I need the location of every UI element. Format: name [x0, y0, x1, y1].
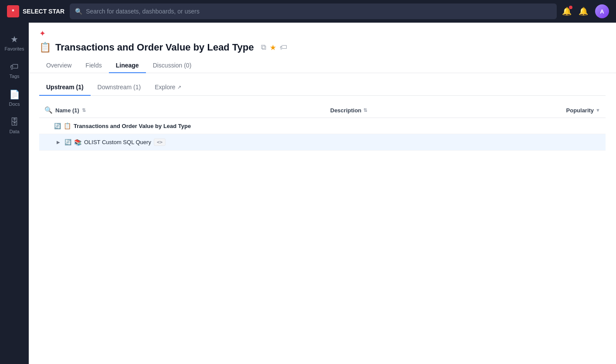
- sidebar-item-label: Data: [9, 129, 19, 134]
- sort-icon-name[interactable]: ⇅: [82, 108, 86, 113]
- subtab-downstream[interactable]: Downstream (1): [91, 80, 148, 96]
- page-header: 📋 Transactions and Order Value by Lead T…: [29, 38, 616, 53]
- row-name-col: 🔄 📋 Transactions and Order Value by Lead…: [44, 122, 330, 129]
- copy-icon[interactable]: ⧉: [261, 43, 266, 52]
- col-popularity-header: Popularity ▼: [539, 107, 600, 114]
- logo-icon: *: [7, 5, 19, 17]
- row-type-icon-child: 🔄: [64, 139, 71, 145]
- search-icon: 🔍: [75, 8, 82, 15]
- sidebar-item-favorites[interactable]: ★ Favorites: [2, 30, 27, 56]
- row-item-icon: 📋: [64, 122, 71, 129]
- sub-tabs: Upstream (1) Downstream (1) Explore ↗: [39, 80, 606, 96]
- header-actions: ⧉ ★ 🏷: [261, 43, 287, 52]
- alert-icon[interactable]: 🔔: [579, 7, 588, 16]
- subtab-explore[interactable]: Explore ↗: [148, 80, 188, 96]
- sidebar-item-label: Docs: [9, 101, 20, 107]
- subtab-upstream[interactable]: Upstream (1): [39, 80, 91, 96]
- docs-icon: 📄: [9, 89, 20, 100]
- expand-button[interactable]: ▶: [55, 139, 62, 146]
- table-row: 🔄 📋 Transactions and Order Value by Lead…: [39, 118, 606, 134]
- table-header: 🔍 Name (1) ⇅ Description ⇅ Popularity ▼: [39, 103, 606, 118]
- tag-icon: 🏷: [10, 62, 19, 72]
- sort-icon-popularity[interactable]: ▼: [596, 108, 600, 113]
- search-header-icon[interactable]: 🔍: [44, 106, 53, 114]
- search-bar[interactable]: 🔍: [70, 3, 557, 19]
- star-action-icon[interactable]: ★: [270, 43, 276, 52]
- sidebar-item-label: Tags: [9, 74, 19, 79]
- row-item-icon-child: 📚: [74, 139, 81, 146]
- table-row: ▶ 🔄 📚 OLIST Custom SQL Query <>: [39, 134, 606, 151]
- notification-icon[interactable]: 🔔: [562, 7, 572, 16]
- nav-icons: 🔔 🔔 A: [562, 4, 609, 18]
- col-name-header: 🔍 Name (1) ⇅: [44, 106, 330, 114]
- page-type-icon: 📋: [39, 42, 51, 53]
- star-icon: ★: [10, 34, 18, 44]
- page-title: Transactions and Order Value by Lead Typ…: [55, 42, 254, 53]
- row-badge: <>: [154, 138, 166, 146]
- tab-lineage[interactable]: Lineage: [109, 58, 146, 73]
- external-link-icon: ↗: [177, 84, 181, 90]
- top-tabs: Overview Fields Lineage Discussion (0): [29, 53, 616, 73]
- explore-link: Explore ↗: [155, 84, 181, 91]
- main-layout: ★ Favorites 🏷 Tags 📄 Docs 🗄 Data ✦ 📋 Tra…: [0, 23, 616, 364]
- breadcrumb: ✦: [29, 23, 616, 38]
- avatar[interactable]: A: [595, 4, 609, 18]
- col-description-header: Description ⇅: [330, 107, 539, 114]
- sidebar-item-docs[interactable]: 📄 Docs: [2, 85, 27, 111]
- sort-icon-description[interactable]: ⇅: [363, 108, 367, 113]
- table-body: 🔄 📋 Transactions and Order Value by Lead…: [39, 118, 606, 151]
- section-content: Upstream (1) Downstream (1) Explore ↗ 🔍 …: [29, 73, 616, 364]
- sidebar: ★ Favorites 🏷 Tags 📄 Docs 🗄 Data: [0, 23, 29, 364]
- row-type-icon: 🔄: [54, 123, 61, 129]
- content: ✦ 📋 Transactions and Order Value by Lead…: [29, 23, 616, 364]
- expand-placeholder: [44, 122, 51, 129]
- notification-dot: [569, 6, 572, 9]
- logo[interactable]: * SELECT STAR: [7, 5, 64, 17]
- tab-discussion[interactable]: Discussion (0): [146, 58, 199, 73]
- sidebar-item-data[interactable]: 🗄 Data: [2, 113, 27, 138]
- row-name-child[interactable]: OLIST Custom SQL Query: [84, 139, 151, 145]
- breadcrumb-icon: ✦: [39, 29, 46, 38]
- row-name-col-child: ▶ 🔄 📚 OLIST Custom SQL Query <>: [55, 138, 330, 146]
- data-icon: 🗄: [10, 117, 19, 127]
- search-input[interactable]: [86, 8, 552, 15]
- logo-text: SELECT STAR: [23, 8, 64, 15]
- sidebar-item-label: Favorites: [4, 46, 24, 51]
- tab-overview[interactable]: Overview: [39, 58, 78, 73]
- sidebar-item-tags[interactable]: 🏷 Tags: [2, 57, 27, 83]
- row-name[interactable]: Transactions and Order Value by Lead Typ…: [74, 123, 191, 129]
- navbar: * SELECT STAR 🔍 🔔 🔔 A: [0, 0, 616, 23]
- tag-action-icon[interactable]: 🏷: [280, 43, 287, 52]
- tab-fields[interactable]: Fields: [78, 58, 108, 73]
